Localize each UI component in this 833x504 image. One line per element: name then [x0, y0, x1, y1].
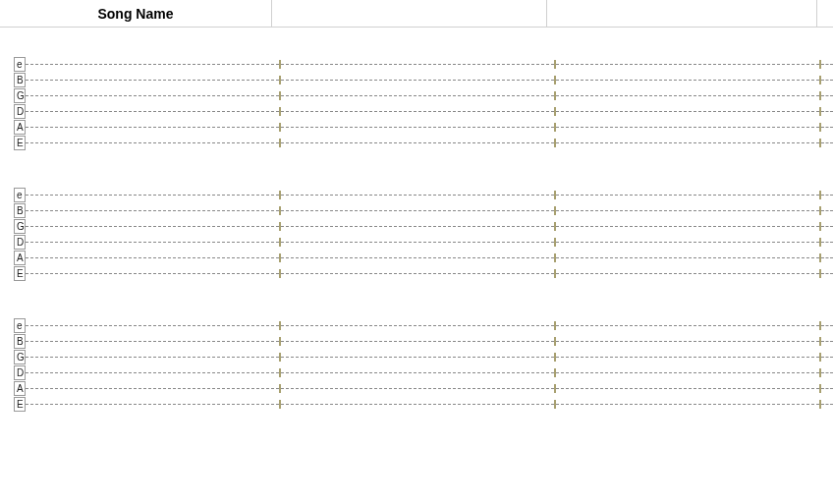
tab-measure[interactable]: [556, 273, 819, 274]
tab-measure[interactable]: [281, 388, 554, 389]
tab-measure[interactable]: [281, 210, 554, 211]
tab-measure[interactable]: [26, 325, 279, 326]
tab-line[interactable]: [26, 57, 833, 72]
tab-measure[interactable]: [556, 372, 819, 373]
tab-line[interactable]: [26, 73, 833, 87]
tab-measure[interactable]: [26, 210, 279, 211]
tab-measure[interactable]: [556, 142, 819, 143]
string-label: e: [14, 318, 26, 333]
tab-measure[interactable]: [26, 95, 279, 96]
tab-measure[interactable]: [26, 273, 279, 274]
tab-measure[interactable]: [26, 195, 279, 196]
tab-measure[interactable]: [556, 404, 819, 405]
tab-measure[interactable]: [281, 80, 554, 81]
tab-measure[interactable]: [281, 111, 554, 112]
tab-measure[interactable]: [281, 325, 554, 326]
header-cell-2[interactable]: [272, 0, 547, 27]
tab-measure[interactable]: [556, 80, 819, 81]
tab-measure[interactable]: [26, 142, 279, 143]
tab-line[interactable]: [26, 318, 833, 333]
tab-line[interactable]: [26, 334, 833, 349]
tab-measure[interactable]: [281, 195, 554, 196]
tab-string-row: A: [14, 120, 833, 135]
tab-measure[interactable]: [26, 64, 279, 65]
tab-string-row: e: [14, 318, 833, 333]
tab-line[interactable]: [26, 266, 833, 281]
tab-measure[interactable]: [556, 64, 819, 65]
tab-measure[interactable]: [26, 242, 279, 243]
tab-measure[interactable]: [281, 357, 554, 358]
tab-measure[interactable]: [556, 242, 819, 243]
tab-line[interactable]: [26, 136, 833, 150]
tab-line[interactable]: [26, 203, 833, 218]
tab-measure[interactable]: [26, 388, 279, 389]
tab-measure[interactable]: [556, 195, 819, 196]
tab-string-row: G: [14, 219, 833, 234]
tab-measure[interactable]: [556, 226, 819, 227]
tab-measure-tail: [821, 372, 833, 373]
tab-measure-tail: [821, 95, 833, 96]
tab-measure[interactable]: [556, 325, 819, 326]
tab-measure[interactable]: [556, 388, 819, 389]
tab-measure[interactable]: [556, 210, 819, 211]
tab-block: eBGDAE: [14, 188, 833, 281]
string-label: B: [14, 203, 26, 218]
tab-measure-tail: [821, 325, 833, 326]
tab-measure-tail: [821, 64, 833, 65]
tab-measure-tail: [821, 226, 833, 227]
tab-measure-tail: [821, 80, 833, 81]
tab-line[interactable]: [26, 365, 833, 380]
tab-measure[interactable]: [26, 341, 279, 342]
string-label: D: [14, 235, 26, 250]
string-label: B: [14, 334, 26, 349]
tab-measure-tail: [821, 127, 833, 128]
string-label: e: [14, 188, 26, 202]
tab-measure[interactable]: [281, 273, 554, 274]
tab-measure[interactable]: [556, 95, 819, 96]
string-label: D: [14, 365, 26, 380]
tab-line[interactable]: [26, 251, 833, 265]
tab-measure[interactable]: [26, 80, 279, 81]
tab-measure[interactable]: [556, 111, 819, 112]
tab-measure[interactable]: [556, 127, 819, 128]
tab-measure[interactable]: [26, 127, 279, 128]
tab-measure[interactable]: [281, 95, 554, 96]
tab-measure[interactable]: [281, 372, 554, 373]
tab-line[interactable]: [26, 188, 833, 202]
tab-measure[interactable]: [26, 372, 279, 373]
tab-measure[interactable]: [281, 341, 554, 342]
tab-measure[interactable]: [556, 257, 819, 258]
tab-line[interactable]: [26, 120, 833, 135]
tab-measure[interactable]: [281, 64, 554, 65]
tab-measure-tail: [821, 404, 833, 405]
string-label: A: [14, 120, 26, 135]
tab-line[interactable]: [26, 235, 833, 250]
tab-line[interactable]: [26, 104, 833, 119]
string-label: E: [14, 397, 26, 412]
tab-line[interactable]: [26, 219, 833, 234]
tab-measure[interactable]: [556, 357, 819, 358]
tab-measure[interactable]: [281, 226, 554, 227]
tab-line[interactable]: [26, 381, 833, 396]
tab-measure[interactable]: [26, 357, 279, 358]
tab-line[interactable]: [26, 88, 833, 103]
header-cell-4[interactable]: [817, 0, 833, 27]
tab-measure[interactable]: [281, 242, 554, 243]
tab-measure[interactable]: [26, 111, 279, 112]
tab-measure[interactable]: [281, 404, 554, 405]
tab-string-row: B: [14, 203, 833, 218]
tab-measure-tail: [821, 142, 833, 143]
tab-measure[interactable]: [26, 404, 279, 405]
tab-line[interactable]: [26, 397, 833, 412]
tab-measure[interactable]: [26, 226, 279, 227]
tab-line[interactable]: [26, 350, 833, 364]
tab-measure-tail: [821, 111, 833, 112]
header-cell-song-name[interactable]: Song Name: [0, 0, 272, 27]
tab-measure[interactable]: [556, 341, 819, 342]
tab-measure[interactable]: [281, 127, 554, 128]
tab-measure[interactable]: [281, 257, 554, 258]
tab-measure[interactable]: [26, 257, 279, 258]
tab-measure[interactable]: [281, 142, 554, 143]
tab-string-row: E: [14, 266, 833, 281]
header-cell-3[interactable]: [547, 0, 817, 27]
